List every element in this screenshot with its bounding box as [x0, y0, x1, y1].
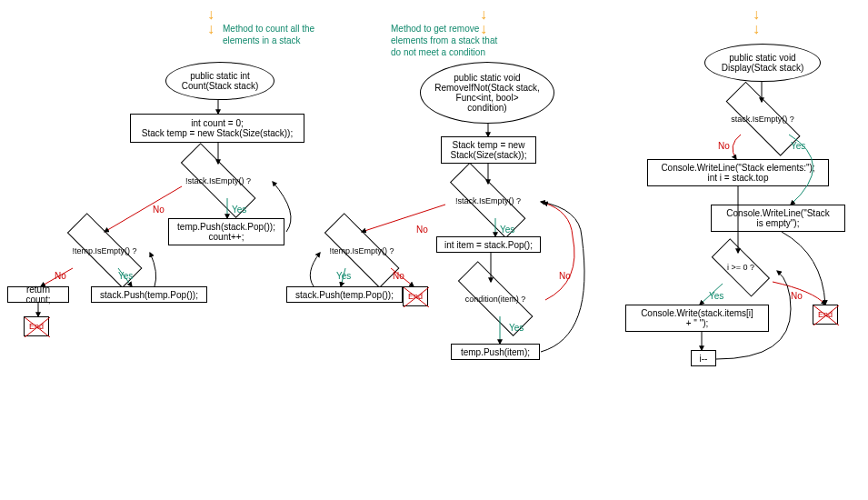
- chart2-cond1: !stack.IsEmpty() ?: [433, 182, 544, 220]
- c3-cond1-no: No: [718, 141, 730, 151]
- c1-cond1-no: No: [153, 205, 165, 215]
- comment-1: Method to count all the elements in a st…: [223, 23, 314, 46]
- chart3-cond2: i >= 0 ?: [702, 250, 780, 285]
- chart3-yes2: Console.Write(stack.items[i] + " ");: [625, 305, 769, 332]
- c2-cond3-yes: Yes: [336, 271, 351, 281]
- c2-cond2-yes: Yes: [509, 323, 524, 333]
- c3-cond2-no: No: [791, 291, 803, 301]
- chart2-cond3: !temp.IsEmpty() ?: [307, 232, 416, 270]
- chart3-dec: i--: [691, 350, 716, 366]
- c2-cond1-yes: Yes: [500, 225, 514, 235]
- c3-cond1-yes: Yes: [791, 141, 805, 151]
- chart1-yes1: temp.Push(stack.Pop()); count++;: [168, 218, 284, 245]
- chart1-init: int count = 0; Stack temp = new Stack(Si…: [130, 114, 304, 143]
- c1-cond2-yes: Yes: [118, 271, 133, 281]
- c3-cond2-yes: Yes: [709, 291, 723, 301]
- c2-cond3-no: No: [393, 271, 404, 281]
- c2-cond2-no: No: [559, 271, 571, 281]
- chart2-end: End: [403, 286, 428, 306]
- chart1-start: public static int Count(Stack stack): [165, 62, 274, 100]
- c2-cond1-no: No: [416, 225, 428, 235]
- chart1-cond1: !stack.IsEmpty() ?: [164, 162, 273, 200]
- chart2-yes1: int item = stack.Pop();: [436, 236, 541, 253]
- chart3-no1: Console.WriteLine("Stack elements:"); in…: [647, 159, 829, 186]
- start-arrow-1: ↓↓: [207, 7, 215, 36]
- chart2-yes3: stack.Push(temp.Pop());: [286, 286, 403, 303]
- chart2-cond2: condition(item) ?: [441, 280, 550, 318]
- chart2-yes2: temp.Push(item);: [451, 344, 540, 360]
- chart3-yes1: Console.WriteLine("Stack is empty");: [711, 205, 845, 232]
- chart1-return: return count;: [7, 286, 69, 303]
- chart3-start: public static void Display(Stack stack): [704, 44, 821, 82]
- c1-cond2-no: No: [55, 271, 66, 281]
- start-arrow-3: ↓↓: [753, 7, 760, 36]
- c1-cond1-yes: Yes: [232, 205, 246, 215]
- chart1-yes2: stack.Push(temp.Pop());: [91, 286, 207, 303]
- comment-2: Method to get remove elements from a sta…: [391, 23, 497, 58]
- chart2-init: Stack temp = new Stack(Size(stack));: [441, 136, 536, 164]
- chart3-cond1: stack.IsEmpty() ?: [709, 100, 816, 138]
- chart2-start: public static void RemoveIfNot(Stack sta…: [420, 62, 554, 124]
- chart1-cond2: !temp.IsEmpty() ?: [50, 232, 159, 270]
- chart3-end: End: [813, 305, 838, 325]
- chart1-end: End: [24, 316, 49, 336]
